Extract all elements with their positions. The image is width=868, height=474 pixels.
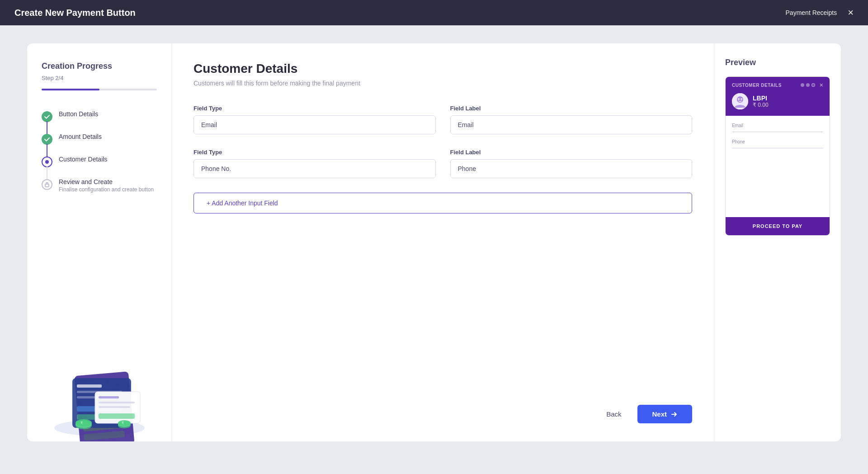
preview-field-label-phone: Phone [732,139,823,144]
next-button-label: Next [652,410,667,418]
step-icon-button-details [42,111,52,122]
back-button[interactable]: Back [597,405,630,423]
main-container: Creation Progress Step 2/4 Button Detail… [0,25,868,474]
step-name-review-create: Review and Create [59,178,154,185]
form-group-field-label-2: Field Label [450,149,693,178]
field-type-input-2[interactable] [193,159,436,178]
preview-header-top: CUSTOMER DETAILS × [726,77,830,91]
field-label-label-1: Field Label [450,105,693,112]
svg-rect-0 [45,184,49,187]
svg-rect-19 [99,406,130,408]
svg-text:₹: ₹ [80,421,83,425]
preview-brand-amount: ₹ 0.00 [753,102,769,108]
form-group-field-label-1: Field Label [450,105,693,134]
field-label-label-2: Field Label [450,149,693,156]
preview-widget-header: CUSTOMER DETAILS × [726,77,830,116]
preview-dot-1 [801,83,804,87]
preview-form-area: Email Phone [726,116,830,217]
preview-widget-label: CUSTOMER DETAILS [732,83,782,88]
content-subtitle: Customers will fill this form before mak… [193,80,692,87]
field-type-label-1: Field Type [193,105,436,112]
page-title: Create New Payment Button [14,8,136,18]
next-arrow-icon [670,411,678,418]
steps-list: Button Details Amount Details [42,105,157,198]
field-type-input-1[interactable] [193,115,436,134]
svg-point-31 [738,98,740,100]
step-desc-review-create: Finalise configuration and create button [59,186,154,193]
main-card: Creation Progress Step 2/4 Button Detail… [27,43,841,441]
svg-rect-18 [99,402,135,403]
step-content-amount-details: Amount Details [59,133,102,140]
progress-bar-container [42,89,157,90]
field-type-label-2: Field Type [193,149,436,156]
preview-dot-3 [811,83,815,87]
sidebar-illustration: ₹ ₹ [27,306,171,441]
sidebar-step-label: Step 2/4 [42,75,157,81]
step-item-amount-details: Amount Details [42,128,157,150]
next-button[interactable]: Next [637,405,692,423]
preview-brand-name: LBPI [753,95,769,102]
preview-dots: × [801,81,823,89]
preview-avatar [732,93,748,109]
preview-field-label-email: Email [732,123,823,128]
preview-field-line-email [732,132,823,132]
step-name-customer-details: Customer Details [59,156,107,163]
svg-rect-11 [77,384,102,388]
form-row-2: Field Type Field Label [193,149,692,178]
step-icon-customer-details [42,156,52,167]
form-row-1: Field Type Field Label [193,105,692,134]
step-content-button-details: Button Details [59,110,98,118]
step-name-button-details: Button Details [59,110,98,118]
step-item-review-create: Review and Create Finalise configuration… [42,173,157,198]
field-label-input-2[interactable] [450,159,693,178]
payment-receipts-link[interactable]: Payment Receipts [786,9,837,16]
isometric-illustration: ₹ ₹ [41,333,158,441]
preview-field-line-phone [732,148,823,148]
step-content-review-create: Review and Create Finalise configuration… [59,178,154,193]
form-group-field-type-1: Field Type [193,105,436,134]
svg-text:₹: ₹ [122,421,124,425]
step-icon-amount-details [42,134,52,145]
bottom-nav: Back Next [193,396,692,423]
preview-dot-2 [806,83,810,87]
preview-brand-row: LBPI ₹ 0.00 [726,91,830,116]
sidebar: Creation Progress Step 2/4 Button Detail… [27,43,172,441]
app-header: Create New Payment Button Payment Receip… [0,0,868,25]
progress-bar-fill [42,89,99,90]
step-item-button-details: Button Details [42,105,157,128]
svg-rect-20 [99,413,135,419]
add-another-input-field-button[interactable]: + Add Another Input Field [193,193,692,213]
preview-panel: Preview CUSTOMER DETAILS × [714,43,841,441]
preview-field-phone: Phone [732,139,823,148]
content-title: Customer Details [193,62,692,76]
preview-empty-area [732,156,823,210]
svg-point-32 [741,98,742,100]
preview-widget: CUSTOMER DETAILS × [725,76,830,236]
svg-point-27 [118,420,131,426]
preview-avatar-image [732,93,748,109]
preview-close-icon[interactable]: × [820,81,823,89]
step-content-customer-details: Customer Details [59,156,107,163]
preview-title: Preview [725,58,830,67]
preview-brand-info: LBPI ₹ 0.00 [753,95,769,108]
form-group-field-type-2: Field Type [193,149,436,178]
preview-field-email: Email [732,123,823,132]
svg-point-23 [75,419,92,427]
step-icon-review-create [42,179,52,190]
step-item-customer-details: Customer Details [42,150,157,173]
main-content: Customer Details Customers will fill thi… [172,43,714,441]
header-right: Payment Receipts × [786,8,854,18]
sidebar-section-title: Creation Progress [42,62,157,71]
svg-rect-17 [99,396,119,398]
step-name-amount-details: Amount Details [59,133,102,140]
close-icon[interactable]: × [848,8,854,18]
field-label-input-1[interactable] [450,115,693,134]
preview-pay-button[interactable]: PROCEED TO PAY [726,217,830,235]
